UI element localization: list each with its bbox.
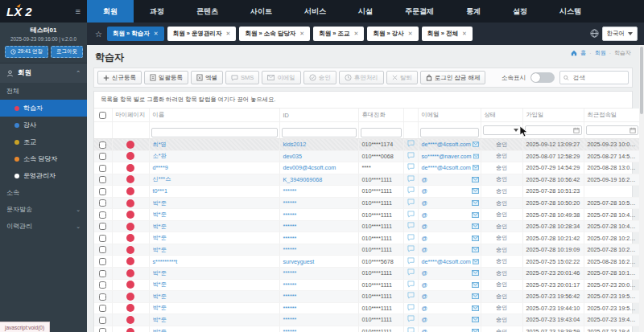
member-email-link[interactable]: de****@4csoft.com <box>422 164 471 171</box>
엑셀-button[interactable]: 엑셀 <box>191 71 223 84</box>
sidebar-item-운영관리자[interactable]: 운영관리자 <box>0 167 87 184</box>
chat-bubble-icon[interactable] <box>407 152 415 159</box>
sidebar-item-학습자[interactable]: 학습자 <box>0 100 87 117</box>
row-checkbox[interactable] <box>99 223 106 230</box>
member-name-link[interactable]: 박*준 <box>153 293 167 300</box>
member-email-link[interactable]: @ <box>422 281 427 289</box>
member-email-link[interactable]: @ <box>422 176 427 183</box>
col-last-access[interactable]: 최근접속일 <box>584 109 640 122</box>
col-status[interactable]: 상태 <box>481 109 522 122</box>
chat-bubble-icon[interactable] <box>407 199 415 206</box>
table-row[interactable]: 박*준 ****** 010****1111 @ 승인 2025-07-23 1… <box>94 302 640 314</box>
tab-close-icon[interactable]: ✕ <box>154 31 159 37</box>
row-checkbox[interactable] <box>99 188 106 195</box>
member-email-link[interactable]: @ <box>422 305 427 312</box>
row-checkbox[interactable] <box>99 281 106 289</box>
mypage-avatar-icon[interactable] <box>126 293 134 301</box>
chat-bubble-icon[interactable] <box>407 222 415 229</box>
mail-icon[interactable] <box>472 223 479 229</box>
mypage-avatar-icon[interactable] <box>126 199 134 207</box>
member-name-link[interactable]: 박*준 <box>153 246 167 253</box>
table-row[interactable]: 박*준 ****** 010****1111 @ 승인 2025-07-23 2… <box>94 268 640 280</box>
member-id-link[interactable]: kids2012 <box>283 141 307 148</box>
nav-item-주문결제[interactable]: 주문결제 <box>389 0 450 23</box>
filter-email-input[interactable] <box>420 128 479 137</box>
mail-icon[interactable] <box>472 317 479 322</box>
tab-회원 » 전체[interactable]: 회원 » 전체✕ <box>422 27 473 41</box>
member-name-link[interactable]: 박*준 <box>153 269 167 277</box>
row-checkbox[interactable] <box>99 211 106 219</box>
language-select[interactable]: 한국어 <box>602 27 638 41</box>
member-id-link[interactable]: ****** <box>283 328 297 332</box>
filter-last-access-datepicker[interactable] <box>586 125 638 135</box>
mail-icon[interactable] <box>472 270 479 276</box>
sidebar-item-소속[interactable]: 소속 <box>0 184 87 201</box>
col-joined[interactable]: 가입일 <box>522 109 584 122</box>
row-checkbox[interactable] <box>99 246 106 253</box>
scrollbar-thumb[interactable] <box>640 47 643 114</box>
member-name-link[interactable]: 박*준 <box>153 211 167 218</box>
mypage-avatar-icon[interactable] <box>126 234 134 242</box>
member-email-link[interactable]: @ <box>422 316 427 323</box>
sidebar-item-문자발송[interactable]: 문자발송⌄ <box>0 201 87 218</box>
table-row[interactable]: 박*준 ****** 010****1111 @ 승인 2025-07-28 1… <box>94 197 640 209</box>
member-id-link[interactable]: K_3949069068 <box>283 176 323 183</box>
select-all-checkbox[interactable] <box>99 112 106 119</box>
mypage-avatar-icon[interactable] <box>126 164 134 172</box>
member-email-link[interactable]: de****@4csoft.com <box>422 258 471 265</box>
row-checkbox[interactable] <box>99 270 106 277</box>
member-id-link[interactable]: surveyguest <box>283 258 315 265</box>
filter-phone-input[interactable] <box>361 128 402 137</box>
nav-item-설정[interactable]: 설정 <box>497 0 543 23</box>
mail-icon[interactable] <box>472 247 479 252</box>
chat-bubble-icon[interactable] <box>407 211 415 218</box>
table-row[interactable]: t0***1 ****** 010****1111 @ 승인 2025-07-2… <box>94 186 640 198</box>
filter-id-input[interactable] <box>282 128 357 137</box>
chat-bubble-icon[interactable] <box>407 292 415 299</box>
nav-item-시스템[interactable]: 시스템 <box>543 0 597 23</box>
member-email-link[interactable]: @ <box>422 328 427 332</box>
tab-close-icon[interactable]: ✕ <box>354 31 359 37</box>
table-row[interactable]: 박*준 ****** 010****1111 @ 승인 2025-07-28 1… <box>94 220 640 232</box>
nav-item-시설[interactable]: 시설 <box>342 0 389 23</box>
mypage-avatar-icon[interactable] <box>126 246 134 254</box>
chat-bubble-icon[interactable] <box>407 257 415 264</box>
hamburger-menu-icon[interactable]: ≡ <box>76 6 80 16</box>
vertical-scrollbar[interactable] <box>639 45 644 332</box>
member-email-link[interactable]: @ <box>422 187 427 195</box>
member-id-link[interactable]: ****** <box>283 187 297 195</box>
mail-icon[interactable] <box>472 305 479 311</box>
member-id-link[interactable]: dev035 <box>283 153 303 160</box>
member-email-link[interactable]: @ <box>422 199 427 207</box>
member-name-link[interactable]: 박*준 <box>153 304 167 311</box>
chat-bubble-icon[interactable] <box>407 234 415 241</box>
member-email-link[interactable]: @ <box>422 211 427 219</box>
mypage-avatar-icon[interactable] <box>126 187 134 195</box>
member-email-link[interactable]: @ <box>422 223 427 230</box>
휴면처리-button[interactable]: 휴면처리 <box>339 71 384 84</box>
member-id-link[interactable]: ****** <box>283 316 297 323</box>
nav-item-서비스[interactable]: 서비스 <box>288 0 342 23</box>
member-name-link[interactable]: 박*준 <box>153 316 167 323</box>
chat-bubble-icon[interactable] <box>407 268 415 276</box>
affiliation-toggle[interactable] <box>530 72 555 83</box>
row-checkbox[interactable] <box>99 176 106 183</box>
tab-회원 » 조교[interactable]: 회원 » 조교✕ <box>313 27 364 41</box>
breadcrumb-section[interactable]: 회원 <box>595 49 606 57</box>
탈퇴-button[interactable]: 탈퇴 <box>386 71 418 84</box>
member-id-link[interactable]: ****** <box>283 293 297 300</box>
member-name-link[interactable]: 신***스 <box>153 175 171 182</box>
table-row[interactable]: 신***스 K_3949069068 010****1111 @ 승인 2025… <box>94 174 640 186</box>
mail-icon[interactable] <box>472 293 479 299</box>
table-row[interactable]: 박*준 ****** 010****1111 @ 승인 2025-07-23 1… <box>94 314 640 326</box>
member-email-link[interactable]: @ <box>422 246 427 253</box>
SMS-button[interactable]: SMS <box>225 71 259 84</box>
chat-bubble-icon[interactable] <box>407 281 415 288</box>
member-name-link[interactable]: 최*영 <box>153 141 167 148</box>
sidebar-section-member[interactable]: 회원 ⌃ <box>0 64 87 83</box>
logout-button[interactable]: 로그아웃 <box>51 46 83 58</box>
chat-bubble-icon[interactable] <box>407 175 415 182</box>
chat-bubble-icon[interactable] <box>407 327 415 332</box>
row-checkbox[interactable] <box>99 317 106 324</box>
col-phone[interactable]: 휴대전화 <box>358 109 403 122</box>
